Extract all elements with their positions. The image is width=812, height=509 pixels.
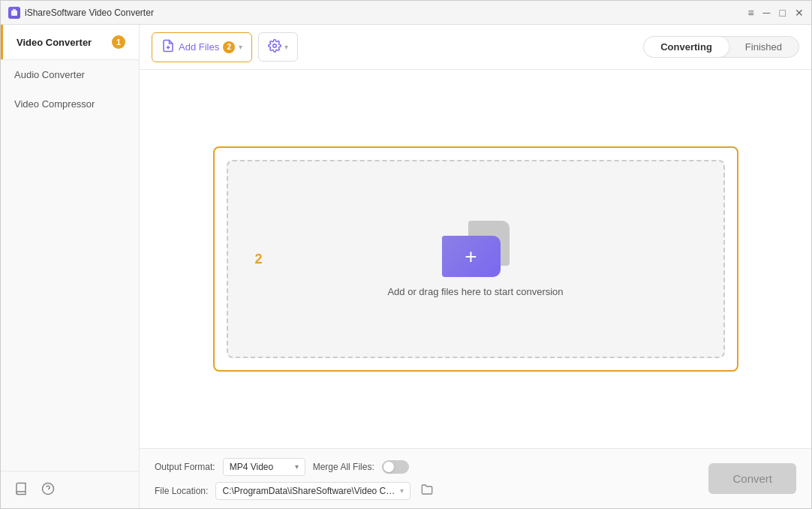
minimize-button[interactable]: ─ <box>763 8 771 18</box>
merge-label: Merge All Files: <box>313 462 374 472</box>
settings-button[interactable]: ▾ <box>258 32 298 62</box>
maximize-button[interactable]: □ <box>780 8 786 18</box>
sidebar: Video Converter 1 Audio Converter Video … <box>1 25 140 508</box>
settings-dropdown-icon: ▾ <box>284 43 288 51</box>
browse-folder-button[interactable] <box>421 483 433 498</box>
main-content: Add Files 2 ▾ ▾ Converting Finished <box>140 25 811 508</box>
sidebar-item-video-converter[interactable]: Video Converter 1 <box>1 25 139 59</box>
add-files-dropdown-icon: ▾ <box>239 43 242 51</box>
output-format-chevron: ▾ <box>295 462 299 471</box>
merge-toggle[interactable] <box>382 460 409 474</box>
sidebar-item-video-compressor[interactable]: Video Compressor <box>1 89 139 119</box>
app-title: iShareSoftware Video Converter <box>25 8 154 18</box>
folder-front: + <box>442 236 501 277</box>
file-location-label: File Location: <box>155 486 208 496</box>
drop-zone-number: 2 <box>255 251 263 267</box>
app-body: Video Converter 1 Audio Converter Video … <box>1 25 811 508</box>
toggle-knob <box>383 462 394 472</box>
folder-plus-icon: + <box>465 246 477 267</box>
toolbar: Add Files 2 ▾ ▾ Converting Finished <box>140 25 811 70</box>
output-format-row: Output Format: MP4 Video ▾ Merge All Fil… <box>155 458 708 476</box>
drop-zone-wrapper: 2 + Add or drag files here to start conv… <box>140 70 811 448</box>
add-files-badge: 2 <box>223 41 235 53</box>
add-files-icon <box>161 39 175 56</box>
tab-converting[interactable]: Converting <box>644 37 729 57</box>
sidebar-item-audio-converter[interactable]: Audio Converter <box>1 60 139 89</box>
svg-point-6 <box>273 44 277 48</box>
title-bar: iShareSoftware Video Converter ≡ ─ □ ✕ <box>1 1 811 25</box>
bottom-left: Output Format: MP4 Video ▾ Merge All Fil… <box>155 458 708 500</box>
app-icon <box>8 7 20 19</box>
output-format-value: MP4 Video <box>230 462 273 472</box>
tab-finished[interactable]: Finished <box>729 37 798 57</box>
svg-marker-1 <box>13 9 16 11</box>
drop-zone-outer[interactable]: 2 + Add or drag files here to start conv… <box>213 146 738 372</box>
add-files-label: Add Files <box>179 41 219 53</box>
location-dropdown-icon: ▾ <box>400 486 404 495</box>
folder-icon: + <box>442 221 510 277</box>
sidebar-top: Video Converter 1 <box>1 25 139 60</box>
close-button[interactable]: ✕ <box>795 8 804 18</box>
settings-icon <box>268 39 281 55</box>
window-controls[interactable]: ≡ ─ □ ✕ <box>747 8 804 18</box>
title-bar-left: iShareSoftware Video Converter <box>8 7 154 19</box>
sidebar-label-video-converter: Video Converter <box>17 37 92 48</box>
convert-button[interactable]: Convert <box>708 463 796 494</box>
output-format-label: Output Format: <box>155 462 215 472</box>
book-icon[interactable] <box>14 482 28 498</box>
bottom-bar: Output Format: MP4 Video ▾ Merge All Fil… <box>140 448 811 508</box>
menu-button[interactable]: ≡ <box>747 8 753 18</box>
svg-rect-0 <box>11 11 17 16</box>
drop-zone-text: Add or drag files here to start conversi… <box>387 286 563 297</box>
output-format-select[interactable]: MP4 Video ▾ <box>223 458 305 476</box>
file-location-row: File Location: C:\ProgramData\iShareSoft… <box>155 482 708 500</box>
add-files-button[interactable]: Add Files 2 ▾ <box>152 32 252 62</box>
file-location-input[interactable]: C:\ProgramData\iShareSoftware\Video Conv… <box>215 482 411 500</box>
tab-toggle: Converting Finished <box>643 36 799 58</box>
file-location-value: C:\ProgramData\iShareSoftware\Video Conv… <box>222 486 395 496</box>
drop-zone-inner[interactable]: 2 + Add or drag files here to start conv… <box>227 160 725 358</box>
sidebar-bottom: Audio Converter Video Compressor <box>1 60 139 471</box>
sidebar-footer <box>1 471 139 508</box>
sidebar-badge-video-converter: 1 <box>112 35 125 49</box>
help-icon[interactable] <box>41 482 55 498</box>
